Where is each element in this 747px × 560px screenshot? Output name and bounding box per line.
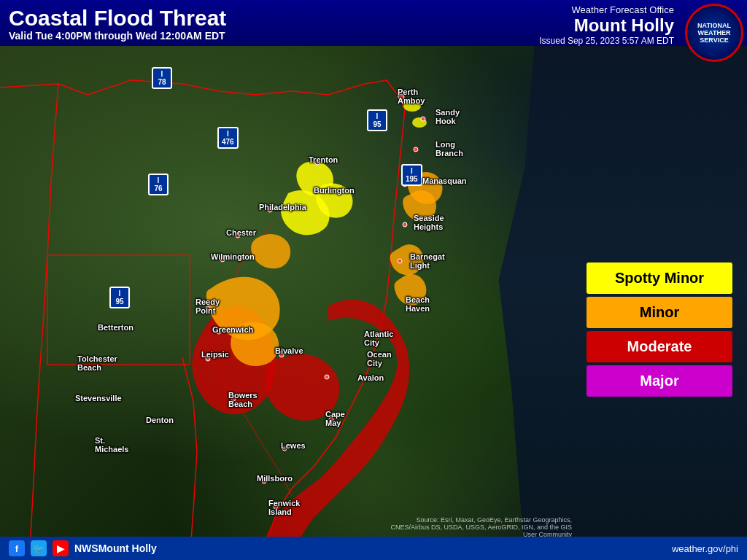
- svg-point-4: [414, 147, 418, 152]
- website-url: weather.gov/phi: [672, 543, 738, 554]
- wfo-label: Weather Forecast Office: [539, 4, 674, 15]
- label-manasquan: Manasquan: [422, 176, 467, 185]
- label-barnegat-light: BarnegatLight: [410, 252, 445, 270]
- label-lewes: Lewes: [281, 441, 306, 450]
- nws-logo-text: NATIONALWEATHERSERVICE: [697, 22, 731, 44]
- youtube-icon[interactable]: ▶: [53, 540, 69, 556]
- i78-shield: I78: [152, 67, 172, 89]
- label-greenwich: Greenwich: [212, 325, 253, 334]
- label-stevensville: Stevensville: [75, 394, 122, 402]
- legend-moderate: Moderate: [587, 331, 732, 362]
- label-perth-amboy: PerthAmboy: [398, 88, 425, 105]
- footer: f 🐦 ▶ NWSMount Holly weather.gov/phi: [0, 537, 747, 560]
- label-bowers-beach: BowersBeach: [228, 391, 258, 408]
- label-trenton: Trenton: [309, 155, 338, 164]
- svg-point-7: [398, 259, 402, 263]
- i95-s-shield: I95: [109, 287, 130, 308]
- label-burlington: Burlington: [314, 186, 355, 195]
- label-leipsic: Leipsic: [201, 350, 229, 359]
- highway-i476: I476: [217, 127, 239, 149]
- highway-i95-s: I95: [109, 287, 130, 308]
- label-wilmington: Wilmington: [211, 252, 255, 261]
- issued-time: Issued Sep 25, 2023 5:57 AM EDT: [539, 36, 674, 46]
- label-ocean-city: OceanCity: [367, 350, 392, 368]
- header-right: Weather Forecast Office Mount Holly Issu…: [539, 4, 674, 46]
- wfo-name: Mount Holly: [539, 15, 674, 36]
- header: Coastal Flood Threat Valid Tue 4:00PM th…: [0, 0, 747, 46]
- label-chester: Chester: [226, 228, 256, 237]
- twitter-icon[interactable]: 🐦: [31, 540, 47, 556]
- label-philadelphia: Philadelphia: [259, 203, 306, 211]
- label-seaside-heights: SeasideHeights: [414, 214, 444, 231]
- label-beach-haven: BeachHaven: [406, 295, 430, 313]
- highway-i95-n: I95: [367, 109, 387, 131]
- i476-shield: I476: [217, 127, 239, 149]
- label-tolchester-beach: TolchesterBeach: [77, 354, 117, 372]
- label-atlantic-city: AtlanticCity: [364, 330, 393, 347]
- source-text: Source: Esri, Maxar, GeoEye, Earthstar G…: [390, 516, 572, 538]
- i95-n-shield: I95: [367, 109, 387, 131]
- label-reedy-point: ReedyPoint: [196, 298, 220, 315]
- label-betterton: Betterton: [98, 323, 133, 332]
- label-millsboro: Millsboro: [257, 474, 293, 483]
- legend: Spotty Minor Minor Moderate Major: [587, 262, 732, 400]
- legend-spotty-minor: Spotty Minor: [587, 262, 732, 294]
- highway-i78: I78: [152, 67, 172, 89]
- legend-minor: Minor: [587, 297, 732, 328]
- label-cape-may: CapeMay: [325, 410, 345, 427]
- label-long-branch: LongBranch: [436, 140, 463, 158]
- map-container: Coastal Flood Threat Valid Tue 4:00PM th…: [0, 0, 747, 560]
- highway-i76: I76: [148, 174, 169, 195]
- i76-shield: I76: [148, 174, 169, 195]
- label-fenwick-island: FenwickIsland: [268, 499, 300, 516]
- facebook-icon[interactable]: f: [9, 540, 25, 556]
- label-denton: Denton: [146, 416, 174, 424]
- svg-point-3: [421, 117, 425, 121]
- svg-point-17: [325, 375, 329, 379]
- label-avalon: Avalon: [357, 373, 384, 382]
- legend-major: Major: [587, 365, 732, 397]
- label-bivalve: Bivalve: [275, 346, 303, 355]
- label-st-michaels: St.Michaels: [95, 436, 128, 454]
- nws-handle: NWSMount Holly: [74, 542, 157, 554]
- label-sandy-hook: SandyHook: [436, 108, 460, 125]
- svg-point-6: [403, 222, 407, 227]
- nws-logo: NATIONALWEATHERSERVICE: [685, 4, 743, 62]
- highway-i195: I195: [401, 164, 422, 186]
- i195-shield: I195: [401, 164, 422, 186]
